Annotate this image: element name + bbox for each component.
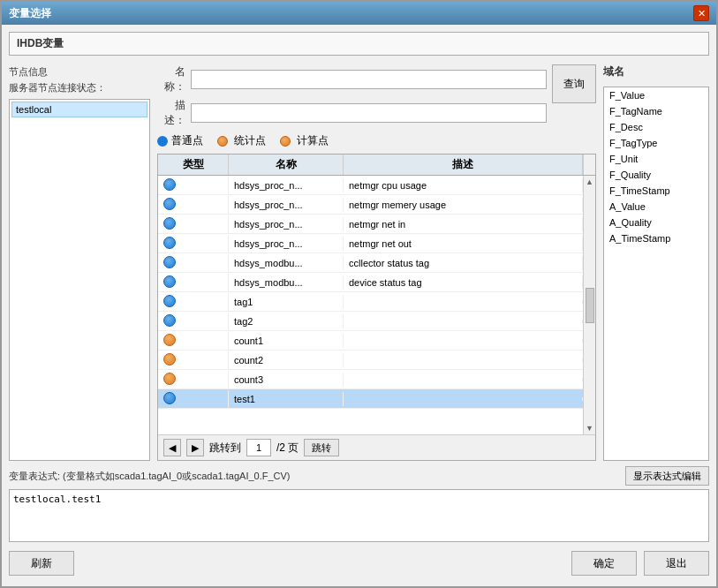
domain-item-f-desc[interactable]: F_Desc [604, 119, 708, 135]
table-row[interactable]: hdsys_proc_n... netmgr net in [158, 215, 583, 234]
type-icon-blue [163, 314, 176, 327]
ihdb-section-label: IHDB变量 [17, 37, 64, 49]
table-row[interactable]: count2 [158, 351, 583, 370]
tab-normal-point[interactable]: 普通点 [157, 133, 203, 148]
cell-name: count1 [229, 334, 344, 348]
cell-type [158, 235, 229, 253]
next-page-btn[interactable]: ▶ [186, 439, 204, 456]
table-row[interactable]: hdsys_modbu... ccllector status tag [158, 253, 583, 273]
desc-input[interactable] [191, 103, 547, 123]
node-info-label: 节点信息 [9, 64, 150, 80]
left-panel: 节点信息 服务器节点连接状态： testlocal [9, 64, 150, 461]
table-body: hdsys_proc_n... netmgr cpu usage hdsys_p… [158, 176, 583, 434]
right-panel: 域名 F_Value F_TagName F_Desc F_TagType F_… [603, 64, 709, 461]
total-pages: /2 页 [276, 441, 299, 456]
cell-name: hdsys_proc_n... [229, 237, 344, 251]
list-item[interactable]: testlocal [11, 102, 147, 117]
cell-desc [344, 300, 583, 304]
domain-item-f-timestamp[interactable]: F_TimeStamp [604, 183, 708, 199]
cell-desc: device status tag [344, 275, 583, 290]
node-list[interactable]: testlocal [9, 99, 150, 461]
domain-list: F_Value F_TagName F_Desc F_TagType F_Uni… [603, 87, 709, 461]
cell-type [158, 196, 229, 214]
radio-normal-icon [157, 136, 168, 147]
domain-item-f-quality[interactable]: F_Quality [604, 167, 708, 183]
variable-table: 类型 名称 描述 hdsys_proc_n... [157, 154, 596, 461]
cell-type [158, 177, 229, 194]
type-icon-blue [163, 217, 176, 230]
type-icon-blue [163, 198, 176, 210]
radio-stat-icon [217, 136, 228, 147]
page-number-input[interactable] [246, 439, 271, 456]
domain-item-f-value[interactable]: F_Value [604, 87, 708, 103]
cell-name: hdsys_proc_n... [229, 217, 344, 231]
prev-page-btn[interactable]: ◀ [163, 439, 181, 456]
table-row[interactable]: hdsys_modbu... device status tag [158, 273, 583, 292]
server-status-label: 服务器节点连接状态： [9, 80, 150, 96]
window-body: IHDB变量 节点信息 服务器节点连接状态： testlocal [2, 25, 716, 586]
domain-item-f-tagname[interactable]: F_TagName [604, 103, 708, 119]
cell-type [158, 390, 229, 408]
jump-prefix: 跳转到 [209, 441, 241, 456]
expr-textarea[interactable]: testlocal.test1 [9, 489, 709, 542]
domain-label: 域名 [603, 64, 709, 79]
tab-stat-label: 统计点 [234, 133, 266, 148]
cell-name: hdsys_modbu... [229, 275, 344, 290]
close-button[interactable]: ✕ [693, 5, 709, 21]
pagination-row: ◀ ▶ 跳转到 /2 页 跳转 [158, 434, 595, 460]
col-desc: 描述 [344, 155, 583, 175]
cell-type [158, 274, 229, 291]
table-row[interactable]: tag1 [158, 292, 583, 312]
tab-calc-point[interactable]: 计算点 [280, 133, 329, 148]
expr-label: 变量表达式: (变量格式如scada1.tagAI_0或scada1.tagAI… [9, 470, 291, 483]
cell-name: count3 [229, 373, 344, 387]
confirm-button[interactable]: 确定 [571, 551, 637, 576]
bottom-buttons: 刷新 确定 退出 [9, 547, 709, 579]
cell-name: hdsys_proc_n... [229, 198, 344, 212]
type-icon-blue [163, 275, 176, 288]
table-row[interactable]: count1 [158, 331, 583, 351]
name-input[interactable] [191, 70, 547, 89]
table-row[interactable]: hdsys_proc_n... netmgr cpu usage [158, 176, 583, 195]
cell-desc [344, 320, 583, 323]
cell-name: tag2 [229, 314, 344, 328]
desc-label: 描述： [157, 98, 185, 128]
btn-group-right: 确定 退出 [571, 551, 709, 576]
top-area: 节点信息 服务器节点连接状态： testlocal 名称： [9, 64, 709, 461]
table-row[interactable]: hdsys_proc_n... netmgr net out [158, 234, 583, 253]
cell-type [158, 254, 229, 272]
cell-desc: ccllector status tag [344, 256, 583, 270]
expr-section: 变量表达式: (变量格式如scada1.tagAI_0或scada1.tagAI… [9, 466, 709, 542]
cell-desc [344, 339, 583, 343]
table-row[interactable]: count3 [158, 370, 583, 389]
cell-name: count2 [229, 353, 344, 367]
cell-desc [344, 397, 583, 401]
domain-item-a-value[interactable]: A_Value [604, 199, 708, 215]
cell-desc: netmgr net out [344, 237, 583, 251]
cell-desc: netmgr cpu usage [344, 178, 583, 192]
type-icon-blue [163, 256, 176, 268]
cell-desc: netmgr net in [344, 217, 583, 231]
table-row[interactable]: test1 [158, 389, 583, 409]
title-bar: 变量选择 ✕ [2, 2, 716, 25]
cell-name: test1 [229, 392, 344, 406]
type-icon-blue [163, 237, 176, 249]
domain-item-a-timestamp[interactable]: A_TimeStamp [604, 230, 708, 246]
var-info-section: 名称： 描述： 查询 [157, 64, 596, 128]
jump-btn[interactable]: 跳转 [304, 439, 339, 456]
radio-calc-icon [280, 136, 291, 147]
tab-calc-label: 计算点 [297, 133, 329, 148]
refresh-button[interactable]: 刷新 [9, 551, 74, 576]
scrollbar-header [583, 155, 595, 175]
tabs-row: 普通点 统计点 计算点 [157, 133, 596, 148]
expr-edit-button[interactable]: 显示表达式编辑 [625, 466, 709, 486]
domain-item-a-quality[interactable]: A_Quality [604, 215, 708, 230]
domain-item-f-tagtype[interactable]: F_TagType [604, 135, 708, 151]
table-row[interactable]: tag2 [158, 312, 583, 331]
col-type: 类型 [158, 155, 229, 175]
query-button[interactable]: 查询 [552, 64, 596, 103]
tab-stat-point[interactable]: 统计点 [217, 133, 266, 148]
domain-item-f-unit[interactable]: F_Unit [604, 151, 708, 167]
exit-button[interactable]: 退出 [644, 551, 709, 576]
table-row[interactable]: hdsys_proc_n... netmgr memery usage [158, 195, 583, 215]
